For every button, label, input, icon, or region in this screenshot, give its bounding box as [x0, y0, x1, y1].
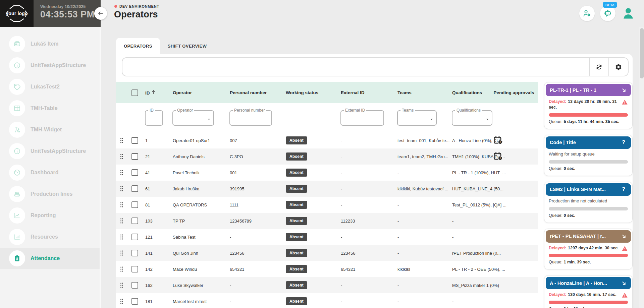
cell-id: 121 — [143, 235, 170, 240]
sidebar-item-unittestappstructure[interactable]: UnitTestAppStructure — [0, 140, 100, 162]
beta-badge: BETA — [603, 2, 617, 8]
sidebar-item-luk-item[interactable]: Lukáš Item — [0, 33, 100, 55]
row-drag-handle[interactable] — [116, 234, 127, 240]
row-checkbox[interactable] — [131, 266, 138, 272]
drag-handle-icon — [119, 137, 124, 143]
row-drag-handle[interactable] — [116, 282, 127, 288]
user-management-button[interactable] — [579, 6, 595, 21]
sidebar-item-label: LukasTest2 — [31, 84, 60, 90]
row-checkbox[interactable] — [131, 234, 138, 240]
tab-bar: OPERATORSSHIFT OVERVIEW — [116, 38, 214, 54]
cell-id: 41 — [143, 170, 170, 175]
qualifications-filter-input[interactable] — [452, 111, 492, 125]
personal_number-filter-input[interactable] — [230, 111, 271, 125]
row-drag-handle[interactable] — [116, 202, 127, 208]
sidebar-icon-circle — [9, 165, 25, 181]
filter-search-input[interactable] — [122, 58, 589, 76]
row-checkbox[interactable] — [131, 137, 138, 144]
sidebar-item-production-lines[interactable]: Production lines — [0, 183, 100, 205]
sidebar-item-label: TMH-Table — [31, 105, 58, 111]
production-card-header[interactable]: PL-TR-1 | PL - TR - 1 — [546, 84, 631, 96]
row-checkbox[interactable] — [131, 153, 138, 160]
cell-id: 1 — [143, 138, 170, 143]
tab-operators[interactable]: OPERATORS — [116, 38, 160, 54]
sidebar-item-lukastest2[interactable]: LukasTest2 — [0, 76, 100, 98]
cell-external-id: - — [338, 138, 395, 143]
sidebar-item-tmh-table[interactable]: TMH-Table — [0, 98, 100, 119]
row-drag-handle[interactable] — [116, 298, 127, 304]
column-header-teams: Teams — [395, 90, 449, 96]
production-card-header[interactable]: LSM2 | Linka SFIN Mat...? — [546, 183, 631, 196]
working-status-badge: Absent — [286, 297, 307, 305]
production-card-header[interactable]: A - HonzaLine | A - Hon... — [546, 277, 631, 289]
chatbot-button[interactable] — [600, 6, 615, 21]
cell-personal-number: 391995 — [227, 186, 283, 191]
sidebar-item-dashboard[interactable]: Dashboard — [0, 162, 100, 183]
id-filter-input[interactable] — [146, 111, 162, 125]
working-status-badge: Absent — [286, 152, 307, 161]
external_id-filter-input[interactable] — [341, 111, 383, 125]
row-drag-handle[interactable] — [116, 250, 127, 256]
cell-working-status: Absent — [283, 201, 338, 209]
row-checkbox[interactable] — [131, 282, 138, 289]
user-gear-icon — [582, 9, 592, 18]
working-status-badge: Absent — [286, 265, 307, 273]
calendar-alert-icon[interactable]: ! — [493, 135, 503, 145]
calendar-alert-icon[interactable]: ! — [493, 151, 503, 161]
queue-value: 0 sec. — [564, 166, 575, 171]
profile-avatar[interactable] — [620, 5, 637, 21]
row-checkbox[interactable] — [131, 298, 138, 305]
cell-personal-number: 123456789 — [227, 219, 283, 224]
column-header-personal-number: Personal number — [227, 90, 283, 96]
row-drag-handle[interactable] — [116, 137, 127, 143]
table-row: 162Luke Skywalker-Absent--MS_Pizza maker… — [116, 277, 538, 293]
table-icon — [13, 104, 21, 112]
cell-operator: Sabina Test — [170, 235, 227, 240]
row-drag-handle[interactable] — [116, 186, 127, 192]
row-checkbox[interactable] — [131, 169, 138, 176]
cell-id: 103 — [143, 219, 170, 224]
row-drag-handle[interactable] — [116, 153, 127, 160]
cell-external-id: - — [338, 170, 395, 175]
card-progress-bar — [549, 207, 628, 210]
production-card-body: Waiting for setup queueQueue: 0 sec. — [546, 149, 631, 174]
queue-value: 0 sec. — [564, 213, 575, 218]
operator-filter-input[interactable] — [173, 111, 213, 125]
collapse-sidebar-button[interactable] — [94, 7, 107, 20]
id-filter: ID — [145, 110, 163, 126]
sidebar-item-resources[interactable]: Resources — [0, 226, 100, 248]
vertical-scrollbar[interactable] — [639, 27, 644, 308]
table-row: 121Sabina Test-Absent--- — [116, 229, 538, 245]
production-card-header[interactable]: rPET - PL NESAHAT | r... — [546, 230, 631, 243]
tab-shift-overview[interactable]: SHIFT OVERVIEW — [160, 38, 215, 54]
row-drag-handle[interactable] — [116, 266, 127, 272]
row-checkbox[interactable] — [131, 250, 138, 256]
row-checkbox[interactable] — [131, 218, 138, 224]
sidebar-item-tmh-widget[interactable]: TMH-Widget — [0, 119, 100, 140]
settings-button[interactable] — [608, 58, 628, 76]
sidebar-icon-circle — [9, 100, 25, 116]
row-drag-handle[interactable] — [116, 170, 127, 176]
row-checkbox[interactable] — [131, 201, 138, 208]
cell-qualifications: - — [449, 299, 490, 304]
row-drag-handle[interactable] — [116, 218, 127, 224]
widget-icon — [13, 126, 21, 134]
row-checkbox[interactable] — [131, 185, 138, 192]
teams-filter-input[interactable] — [398, 111, 436, 125]
sidebar-item-reporting[interactable]: Reporting — [0, 205, 100, 226]
table-header-row: IDOperatorPersonal numberWorking statusE… — [116, 82, 538, 103]
cell-teams: - — [395, 251, 449, 256]
refresh-button[interactable] — [589, 58, 608, 76]
working-status-badge: Absent — [286, 169, 307, 177]
sidebar-icon-circle — [9, 250, 25, 266]
external_id-filter: External ID — [340, 110, 384, 126]
personal_number-filter: Personal number — [229, 110, 272, 126]
production-card-header[interactable]: Code | Title? — [546, 136, 631, 149]
card-status-line: Delayed:1297 days 42 min. 30 sec. — [549, 245, 628, 251]
cell-personal-number: 1111 — [227, 202, 283, 207]
sidebar-item-unittestappstructure[interactable]: UnitTestAppStructure — [0, 55, 100, 76]
scrollbar-thumb[interactable] — [640, 28, 644, 78]
table-row: 81QA OPERATORS1111Absent--Test_PL_0912 (… — [116, 197, 538, 213]
select-all-checkbox[interactable] — [131, 89, 138, 96]
sidebar-item-attendance[interactable]: Attendance — [0, 248, 100, 269]
